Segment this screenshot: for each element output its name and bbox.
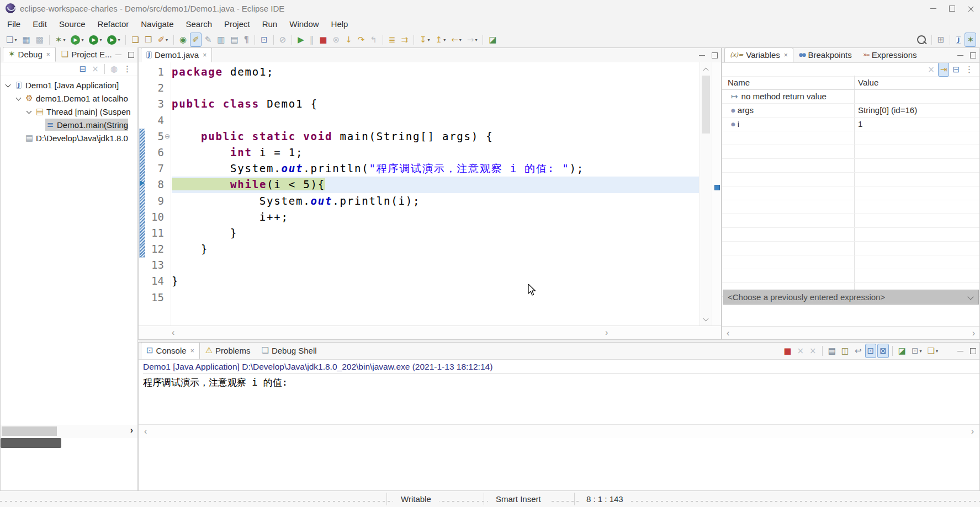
minimize-view-button[interactable] xyxy=(957,351,963,351)
view-tab-debug-shell[interactable]: ❏Debug Shell xyxy=(256,342,322,359)
view-menu-button[interactable]: ⋮ xyxy=(963,62,976,77)
line-number[interactable]: 3 xyxy=(139,96,164,112)
scroll-left-arrow-icon[interactable]: ‹ xyxy=(144,425,147,438)
dropdown-arrow-icon[interactable]: ▾ xyxy=(63,38,65,42)
scroll-left-arrow-icon[interactable]: ‹ xyxy=(727,327,729,340)
view-tab-console[interactable]: ⊡Console× xyxy=(141,342,200,359)
next-annotation-button[interactable]: ✎ xyxy=(203,33,214,47)
minimize-view-button[interactable] xyxy=(699,55,705,56)
minimize-view-button[interactable] xyxy=(115,55,121,55)
chevron-down-icon[interactable] xyxy=(967,293,973,300)
view-tab-expressions[interactable]: ×=Expressions xyxy=(857,47,923,62)
close-tab-icon[interactable]: × xyxy=(190,347,194,355)
show-whitespace-button[interactable]: ¶ xyxy=(242,33,252,47)
scrollbar-thumb[interactable] xyxy=(2,426,57,436)
collapse-all-button[interactable]: ⊟ xyxy=(77,62,89,76)
profile-button[interactable]: ▶▾ xyxy=(105,33,122,47)
externalize-strings-button[interactable]: ▥ xyxy=(215,33,227,47)
code-line-5[interactable]: 5⊖ public static void main(String[] args… xyxy=(139,129,699,145)
new-wizard-button[interactable]: ❏▾ xyxy=(4,33,19,47)
dropdown-arrow-icon[interactable]: ▾ xyxy=(475,38,477,42)
open-task-button[interactable]: ❑ xyxy=(129,33,141,47)
code-line-1[interactable]: 1package demo1; xyxy=(139,64,699,80)
tree-item[interactable]: ▤D:\Develop\Java\jdk1.8.0 xyxy=(1,131,137,145)
editor-tab-demo1-java[interactable]: JDemo1.java× xyxy=(141,47,212,62)
overview-ruler[interactable] xyxy=(712,62,721,326)
scroll-up-arrow-icon[interactable] xyxy=(700,63,712,74)
empty-table-row[interactable] xyxy=(722,214,979,228)
coverage-button[interactable]: ▶▾ xyxy=(87,33,104,47)
debug-perspective-button[interactable]: ✶ xyxy=(965,33,976,47)
scroll-right-arrow-icon[interactable]: › xyxy=(971,425,974,438)
expand-chevron-icon[interactable] xyxy=(4,83,14,88)
view-menu-button[interactable]: ⋮ xyxy=(121,62,134,76)
code-line-10[interactable]: 10 i++; xyxy=(139,209,699,225)
show-logical-structures-button[interactable]: ⇥ xyxy=(938,62,950,77)
maximize-button[interactable] xyxy=(942,0,961,17)
menu-edit[interactable]: Edit xyxy=(27,17,53,32)
word-wrap-button[interactable]: ↩ xyxy=(852,344,864,358)
display-selected-console-button[interactable]: ⊡▾ xyxy=(909,344,924,358)
empty-table-row[interactable] xyxy=(722,269,979,283)
code-line-6[interactable]: 6 int i = 1; xyxy=(139,145,699,161)
scroll-down-arrow-icon[interactable] xyxy=(700,314,712,325)
dropdown-arrow-icon[interactable]: ▾ xyxy=(81,38,83,42)
save-button[interactable]: ▦ xyxy=(20,33,32,47)
line-number[interactable]: 13 xyxy=(139,257,164,273)
empty-table-row[interactable] xyxy=(722,255,979,269)
search-button[interactable] xyxy=(915,33,928,47)
code-line-11[interactable]: 11 } xyxy=(139,225,699,241)
code-text[interactable]: } xyxy=(172,273,699,289)
menu-search[interactable]: Search xyxy=(179,17,218,32)
code-line-15[interactable]: 15 xyxy=(139,290,699,306)
editor-horizontal-scrollbar[interactable]: ‹ › xyxy=(139,325,721,339)
expand-chevron-icon[interactable] xyxy=(25,109,35,114)
forward-history-button[interactable]: →▾ xyxy=(465,33,480,47)
pin-console-button[interactable]: ◪ xyxy=(896,344,908,358)
tree-item[interactable]: ≡Demo1.main(String xyxy=(1,118,137,131)
view-tab-project-e[interactable]: ❑Project E... xyxy=(56,47,118,62)
terminate-button[interactable]: ■ xyxy=(317,33,329,47)
instance-counts-button[interactable]: ↥▾ xyxy=(433,33,448,47)
view-tab-breakpoints[interactable]: ●●Breakpoints xyxy=(793,47,857,62)
line-number[interactable]: 6 xyxy=(139,145,164,161)
code-text[interactable]: System.out.println(i); xyxy=(172,193,699,209)
dropdown-arrow-icon[interactable]: ▾ xyxy=(14,38,17,42)
remove-all-terminated-launches-button[interactable]: × xyxy=(807,344,819,358)
console-horizontal-scrollbar[interactable]: ‹ › xyxy=(139,424,979,438)
drop-to-frame-button[interactable]: ≣ xyxy=(386,33,398,47)
scroll-right-arrow-icon[interactable]: › xyxy=(605,326,608,339)
close-button[interactable] xyxy=(961,0,980,17)
open-resource-button[interactable]: ❒ xyxy=(142,33,154,47)
code-text[interactable]: System.out.println("程序调试演示，注意观察 i 的值: ")… xyxy=(172,161,699,177)
pin-editor-button[interactable]: ◪ xyxy=(486,33,499,47)
code-text[interactable]: int i = 1; xyxy=(172,145,699,161)
terminate-console-button[interactable]: ■ xyxy=(781,344,793,358)
scroll-right-arrow-icon[interactable]: › xyxy=(972,327,975,340)
menu-run[interactable]: Run xyxy=(256,17,284,32)
show-on-stdout-button[interactable]: ⊡ xyxy=(865,344,877,358)
line-number[interactable]: 11 xyxy=(139,225,164,241)
view-tab-problems[interactable]: ⚠Problems xyxy=(200,342,256,359)
variables-horizontal-scrollbar[interactable]: ‹ › xyxy=(722,326,979,339)
open-console-dropdown-button[interactable]: ❏▾ xyxy=(925,344,940,358)
menu-navigate[interactable]: Navigate xyxy=(135,17,179,32)
line-number[interactable]: 5 xyxy=(139,129,164,145)
view-filters-button[interactable]: ◍ xyxy=(108,62,120,76)
line-number[interactable]: 7 xyxy=(139,161,164,177)
code-text[interactable]: } xyxy=(172,225,699,241)
open-console-button[interactable]: ⊡ xyxy=(258,33,270,47)
empty-table-row[interactable] xyxy=(722,228,979,242)
code-text[interactable]: } xyxy=(172,241,699,257)
code-line-14[interactable]: 14} xyxy=(139,273,699,289)
minimize-button[interactable] xyxy=(924,0,942,17)
view-tab-debug[interactable]: ✶Debug× xyxy=(3,47,56,62)
dropdown-arrow-icon[interactable]: ▾ xyxy=(166,38,168,42)
annotation-pen-button[interactable]: ✐▾ xyxy=(155,33,170,47)
mark-occurrences-button[interactable]: ✐ xyxy=(190,33,202,47)
menu-help[interactable]: Help xyxy=(325,17,354,32)
step-into-button[interactable]: ↓ xyxy=(343,33,354,47)
tree-item[interactable]: ▤Thread [main] (Suspen xyxy=(1,105,137,118)
empty-table-row[interactable] xyxy=(722,242,979,255)
java-perspective-button[interactable]: J xyxy=(953,33,963,47)
